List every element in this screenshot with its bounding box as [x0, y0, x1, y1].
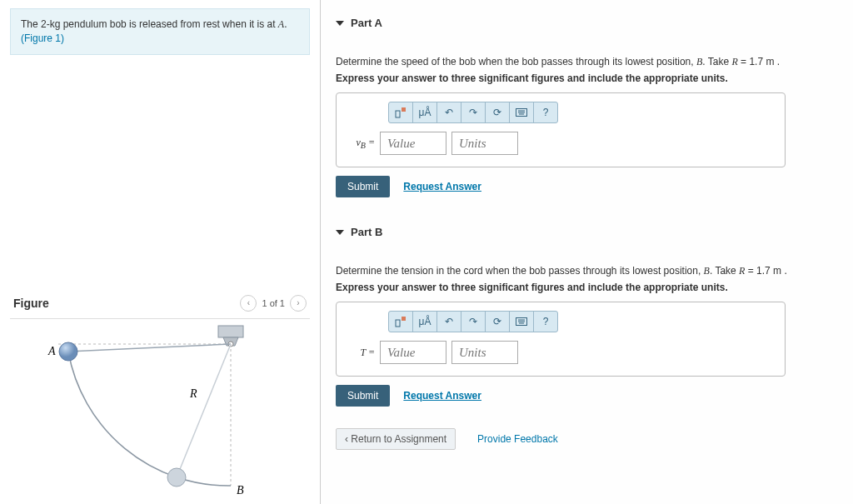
part-b-var-label: T = [348, 347, 375, 359]
part-b-submit-button[interactable]: Submit [336, 385, 390, 407]
provide-feedback-link[interactable]: Provide Feedback [477, 433, 558, 445]
part-b-request-answer-link[interactable]: Request Answer [403, 390, 481, 402]
pa-instr-mid: . Take [702, 56, 731, 67]
redo-icon[interactable]: ↷ [461, 311, 486, 332]
figure-nav: ‹ 1 of 1 › [240, 295, 307, 312]
figure-prev-button[interactable]: ‹ [240, 295, 257, 312]
svg-point-7 [167, 468, 186, 487]
caret-down-icon [336, 21, 344, 26]
keyboard-icon[interactable] [509, 102, 534, 123]
svg-point-6 [59, 342, 77, 361]
part-b-title: Part B [351, 226, 382, 238]
svg-line-4 [68, 344, 231, 352]
part-a-submit-button[interactable]: Submit [336, 176, 390, 197]
pa-instr-var: R [731, 56, 737, 67]
part-b-answer-box: μÅ ↶ ↷ ⟳ ? T = [336, 302, 786, 377]
template-icon[interactable] [388, 311, 413, 332]
pb-instr-pre: Determine the tension in the cord when t… [336, 265, 704, 277]
part-a-title: Part A [351, 17, 382, 29]
part-a-input-row: vB = [348, 132, 773, 155]
part-b-sigfig: Express your answer to three significant… [336, 282, 838, 293]
part-b-submit-row: Submit Request Answer [336, 385, 838, 407]
pb-instr-point: B [704, 265, 710, 277]
pa-instr-pre: Determine the speed of the bob when the … [336, 56, 696, 67]
part-b-header[interactable]: Part B [336, 217, 838, 243]
svg-line-5 [177, 344, 231, 477]
part-a-toolbar: μÅ ↶ ↷ ⟳ ? [388, 102, 773, 123]
help-icon[interactable]: ? [533, 311, 558, 332]
symbols-button[interactable]: μÅ [412, 311, 437, 332]
reset-icon[interactable]: ⟳ [485, 102, 510, 123]
part-a-units-input[interactable] [451, 132, 518, 155]
figure-label-a: A [47, 345, 56, 357]
problem-text-pre: The 2-kg pendulum bob is released from r… [21, 18, 278, 30]
part-a-var-label: vB = [348, 137, 375, 150]
svg-rect-9 [402, 107, 406, 112]
reset-icon[interactable]: ⟳ [485, 311, 510, 332]
figure-next-button[interactable]: › [290, 295, 307, 312]
part-a-request-answer-link[interactable]: Request Answer [403, 181, 481, 192]
part-a-answer-box: μÅ ↶ ↷ ⟳ ? vB = [336, 92, 786, 167]
part-b-units-input[interactable] [451, 341, 518, 364]
svg-rect-8 [396, 111, 400, 117]
figure-title: Figure [13, 297, 49, 310]
pb-instr-val: = 1.7 m . [745, 265, 786, 277]
right-panel: Part A Determine the speed of the bob wh… [320, 0, 853, 504]
problem-statement: The 2-kg pendulum bob is released from r… [10, 8, 310, 55]
part-a-header[interactable]: Part A [336, 8, 838, 34]
bottom-row: ‹ Return to Assignment Provide Feedback [321, 418, 853, 460]
problem-text-post: . [284, 18, 287, 30]
part-b-value-input[interactable] [380, 341, 446, 364]
return-label: Return to Assignment [351, 433, 446, 445]
part-a-block: Part A Determine the speed of the bob wh… [321, 0, 853, 209]
part-a-value-input[interactable] [380, 132, 446, 155]
figure-pager: 1 of 1 [262, 298, 285, 308]
part-a-submit-row: Submit Request Answer [336, 176, 838, 197]
template-icon[interactable] [388, 102, 413, 123]
figure-header: Figure ‹ 1 of 1 › [10, 288, 310, 319]
figure-label-r: R [189, 387, 197, 400]
part-b-input-row: T = [348, 341, 773, 364]
return-to-assignment-button[interactable]: ‹ Return to Assignment [336, 428, 456, 450]
help-icon[interactable]: ? [533, 102, 558, 123]
keyboard-icon[interactable] [509, 311, 534, 332]
symbols-button[interactable]: μÅ [412, 102, 437, 123]
pb-instr-mid: . Take [710, 265, 739, 277]
figure-diagram: A R B [10, 319, 293, 502]
part-b-instruction: Determine the tension in the cord when t… [336, 263, 838, 278]
left-panel: The 2-kg pendulum bob is released from r… [0, 0, 320, 504]
svg-rect-14 [396, 320, 400, 327]
figure-label-b: B [237, 484, 244, 497]
pa-instr-val: = 1.7 m . [738, 56, 780, 67]
part-a-sigfig: Express your answer to three significant… [336, 72, 838, 84]
part-b-toolbar: μÅ ↶ ↷ ⟳ ? [388, 311, 773, 332]
part-b-block: Part B Determine the tension in the cord… [321, 209, 853, 418]
svg-rect-15 [402, 317, 406, 321]
undo-icon[interactable]: ↶ [436, 102, 461, 123]
part-a-instruction: Determine the speed of the bob when the … [336, 54, 838, 69]
figure-link[interactable]: (Figure 1) [21, 32, 64, 44]
page-root: The 2-kg pendulum bob is released from r… [0, 0, 853, 504]
undo-icon[interactable]: ↶ [436, 311, 461, 332]
redo-icon[interactable]: ↷ [461, 102, 486, 123]
svg-rect-0 [218, 326, 243, 337]
caret-down-icon [336, 230, 344, 235]
